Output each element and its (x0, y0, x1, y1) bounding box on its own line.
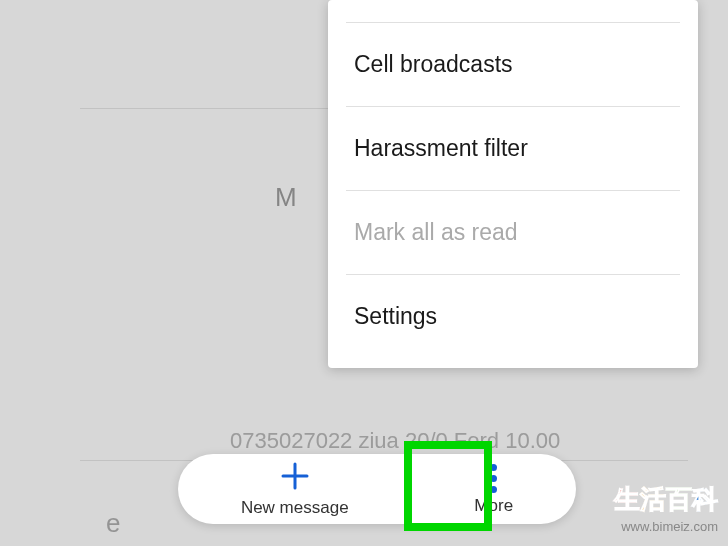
more-button[interactable]: More (456, 458, 531, 520)
new-message-button[interactable]: New message (223, 456, 367, 522)
menu-item-cell-broadcasts[interactable]: Cell broadcasts (328, 23, 698, 106)
menu-item-mark-all-read: Mark all as read (328, 191, 698, 274)
watermark-chinese: 生活百科 (614, 482, 718, 517)
more-label: More (474, 496, 513, 516)
more-options-menu: Cell broadcasts Harassment filter Mark a… (328, 0, 698, 368)
more-vertical-icon (490, 462, 497, 494)
plus-icon (279, 460, 311, 496)
new-message-label: New message (241, 498, 349, 518)
menu-item-settings[interactable]: Settings (328, 275, 698, 358)
menu-item-harassment-filter[interactable]: Harassment filter (328, 107, 698, 190)
watermark-url: www.bimeiz.com (614, 519, 718, 534)
watermark: 生活百科 www.bimeiz.com (614, 482, 718, 534)
bottom-action-bar: New message More (178, 454, 576, 524)
